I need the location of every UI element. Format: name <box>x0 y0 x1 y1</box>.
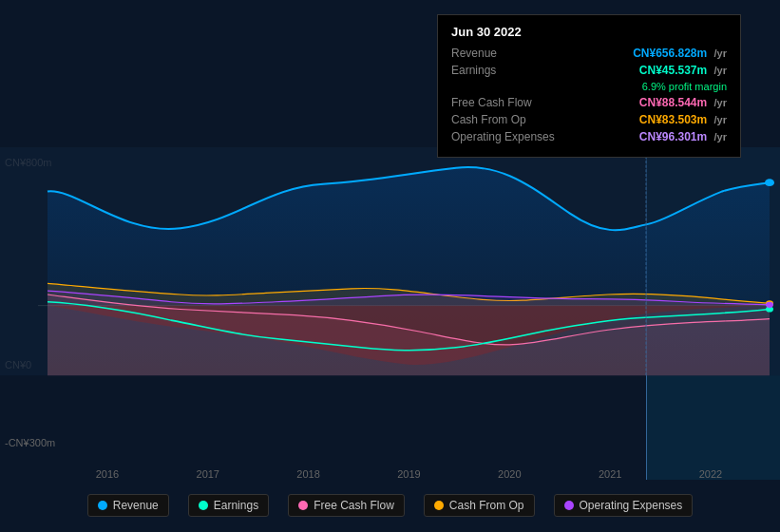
legend-fcf[interactable]: Free Cash Flow <box>288 494 405 517</box>
tooltip-row-opex: Operating Expenses CN¥96.301m /yr <box>451 130 727 143</box>
x-label-2019: 2019 <box>397 468 420 480</box>
tooltip-row-earnings: Earnings CN¥45.537m /yr <box>451 64 727 77</box>
tooltip-value-opex: CN¥96.301m /yr <box>639 130 727 143</box>
chart-svg <box>0 147 780 442</box>
tooltip-title: Jun 30 2022 <box>451 25 727 39</box>
legend-label-revenue: Revenue <box>113 499 159 512</box>
tooltip-value-cashfromop: CN¥83.503m /yr <box>639 113 727 126</box>
tooltip-label-revenue: Revenue <box>451 47 565 60</box>
svg-point-6 <box>766 302 773 308</box>
legend-opex[interactable]: Operating Expenses <box>554 494 694 517</box>
tooltip-value-earnings: CN¥45.537m /yr <box>639 64 727 77</box>
x-label-2016: 2016 <box>96 468 119 480</box>
legend-label-earnings: Earnings <box>214 499 258 512</box>
tooltip-profit-margin-row: 6.9% profit margin <box>451 81 727 92</box>
legend-label-fcf: Free Cash Flow <box>314 499 394 512</box>
x-label-2018: 2018 <box>296 468 319 480</box>
tooltip-label-earnings: Earnings <box>451 64 565 77</box>
tooltip-row-cashfromop: Cash From Op CN¥83.503m /yr <box>451 113 727 126</box>
legend-earnings[interactable]: Earnings <box>188 494 269 517</box>
legend-cashfromop[interactable]: Cash From Op <box>424 494 535 517</box>
tooltip-label-cashfromop: Cash From Op <box>451 113 565 126</box>
tooltip-profit-margin: 6.9% profit margin <box>642 81 727 92</box>
tooltip-row-revenue: Revenue CN¥656.828m /yr <box>451 47 727 60</box>
svg-point-3 <box>765 179 774 186</box>
legend-dot-opex <box>564 501 574 510</box>
legend-dot-cashfromop <box>434 501 444 510</box>
tooltip-row-fcf: Free Cash Flow CN¥88.544m /yr <box>451 96 727 109</box>
legend-label-opex: Operating Expenses <box>580 499 683 512</box>
x-label-2017: 2017 <box>197 468 219 480</box>
x-labels: 2016 2017 2018 2019 2020 2021 2022 <box>0 465 780 480</box>
x-label-2021: 2021 <box>599 468 621 480</box>
legend-dot-revenue <box>98 501 107 510</box>
data-tooltip: Jun 30 2022 Revenue CN¥656.828m /yr Earn… <box>437 14 741 158</box>
tooltip-label-fcf: Free Cash Flow <box>451 96 565 109</box>
tooltip-value-fcf: CN¥88.544m /yr <box>639 96 727 109</box>
legend-dot-earnings <box>199 501 208 510</box>
tooltip-value-revenue: CN¥656.828m /yr <box>633 47 727 60</box>
legend-revenue[interactable]: Revenue <box>87 494 169 517</box>
legend: Revenue Earnings Free Cash Flow Cash Fro… <box>0 488 780 522</box>
x-label-2020: 2020 <box>498 468 521 480</box>
x-label-2022: 2022 <box>699 468 722 480</box>
legend-dot-fcf <box>298 501 308 510</box>
legend-label-cashfromop: Cash From Op <box>449 499 524 512</box>
tooltip-label-opex: Operating Expenses <box>451 130 565 143</box>
